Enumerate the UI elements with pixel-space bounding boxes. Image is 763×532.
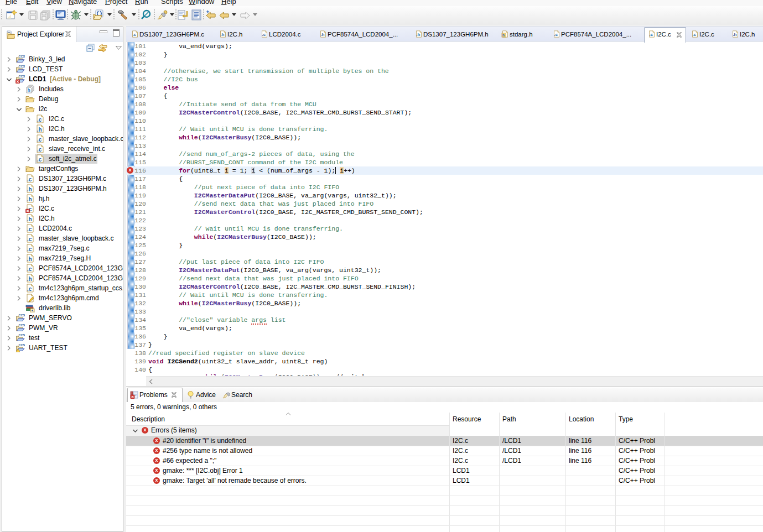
svg-text:h: h (502, 33, 505, 37)
